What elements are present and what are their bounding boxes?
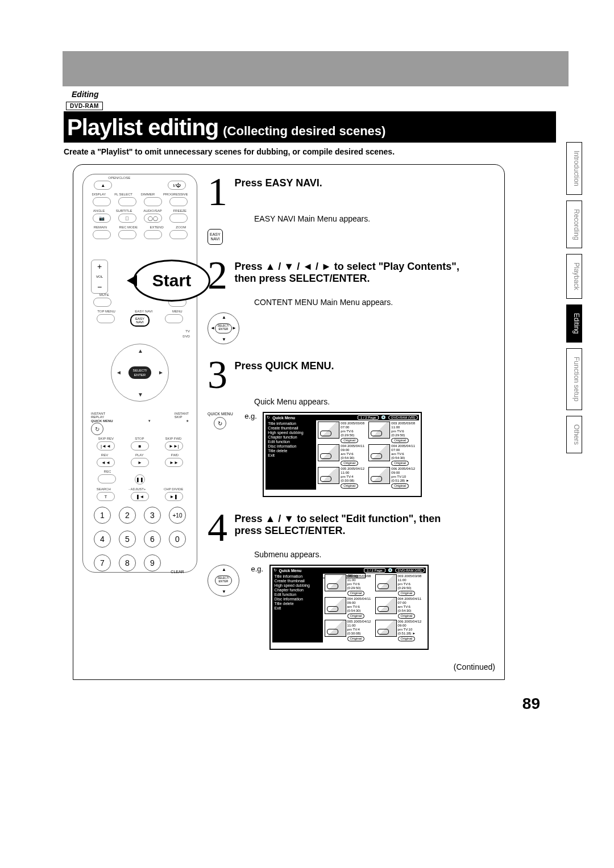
quick-menu-label: QUICK MENU (91, 419, 113, 423)
step-number: 1 (208, 174, 227, 210)
side-tab-recording[interactable]: Recording (566, 201, 582, 249)
eg-label: e.g. (244, 412, 257, 420)
step-number: 3 (208, 357, 227, 393)
page-title: Playlist editing (Collecting desired sce… (64, 111, 556, 143)
side-tabs: Introduction Recording Playback Editing … (566, 142, 582, 453)
page-number: 89 (0, 695, 540, 713)
easy-navi-mini-icon: EASYNAVI (208, 229, 223, 245)
step-head: Press QUICK MENU. (234, 357, 334, 372)
step-head: Press EASY NAVI. (234, 174, 322, 189)
volume-rocker: + VOL − (91, 260, 108, 294)
side-tab-editing[interactable]: Editing (566, 304, 582, 343)
continued-label: (Continued) (208, 662, 495, 671)
power-icon: I/⏻ (168, 181, 186, 190)
side-tab-introduction[interactable]: Introduction (566, 142, 582, 195)
intro-text: Create a "Playlist" to omit unnecessary … (0, 147, 614, 156)
step-1: 1 Press EASY NAVI. EASY NAVI Main Menu a… (208, 174, 495, 245)
easy-navi-button: EASYNAVI (130, 314, 150, 327)
side-tab-playback[interactable]: Playback (566, 254, 582, 299)
dpad-mini-icon: ▲▼ SELECT/ENTER (208, 565, 239, 596)
step-head: Press ▲ / ▼ / ◄ / ► to select "Play Cont… (234, 257, 462, 285)
quick-menu-mini-icon: ↻ (214, 417, 226, 429)
content-frame: OPEN/CLOSE ▲ I/⏻ DISPLAY FL SELECT DIMME… (73, 164, 505, 680)
gray-banner (63, 51, 569, 86)
step-number: 4 (208, 510, 227, 545)
side-tab-function-setup[interactable]: Function setup (566, 348, 582, 410)
eject-icon: ▲ (94, 181, 112, 190)
quick-menu-list: Title information Create thumbnail High … (265, 420, 316, 490)
quick-menu-screenshot: ↻ Quick Menu 1 / 2 Page 💿 DVD-RAM (VR) T… (263, 412, 422, 497)
side-tab-others[interactable]: Others (566, 416, 582, 453)
step-4: 4 Press ▲ / ▼ to select "Edit function",… (208, 510, 495, 650)
submenu-screenshot: ↻ Quick Menu 1 / 2 Page 💿 DVD-RAM (VR) T… (269, 565, 429, 650)
select-enter-button: SELECT/ENTER (128, 366, 151, 379)
number-pad: 1 2 3 +10 4 5 6 0 7 8 9 CLEAR (83, 502, 197, 576)
eg-label: e.g. (251, 565, 263, 573)
section-label: Editing (64, 86, 614, 100)
title-big: Playlist editing (67, 115, 218, 140)
pause-icon: ❚❚ (135, 474, 145, 485)
start-callout: Start (133, 260, 210, 302)
step-number: 2 (208, 257, 227, 293)
step-3: 3 Press QUICK MENU. Quick Menu appears. … (208, 357, 495, 497)
label-open-close: OPEN/CLOSE (108, 176, 130, 180)
remote-illustration: OPEN/CLOSE ▲ I/⏻ DISPLAY FL SELECT DIMME… (82, 174, 197, 573)
step-2: 2 Press ▲ / ▼ / ◄ / ► to select "Play Co… (208, 257, 495, 344)
dpad-mini-icon: ▲▼◄► SELECT/ENTER (208, 312, 239, 344)
step-head: Press ▲ / ▼ to select "Edit function", t… (234, 510, 462, 537)
dvd-ram-tag: DVD-RAM (66, 102, 103, 110)
quick-menu-icon: ↻ (91, 423, 103, 435)
submenu-list: Title information Create thumbnail High … (272, 573, 323, 642)
title-sub: (Collecting desired scenes) (223, 124, 385, 139)
dpad: ▲ ▼ ◄ ► SELECT/ENTER (111, 344, 169, 402)
